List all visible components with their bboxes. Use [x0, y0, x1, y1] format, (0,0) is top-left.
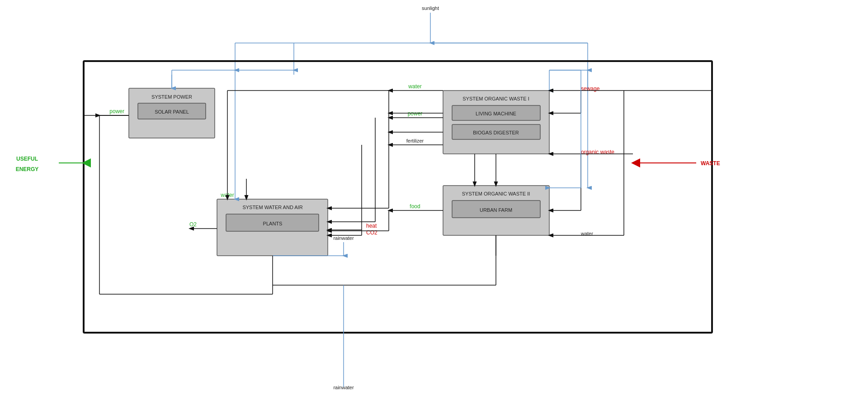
biogas-digester-label: BIOGAS DIGESTER: [473, 130, 519, 135]
rainwater-top-label: rainwater: [333, 235, 354, 241]
waste-label: WASTE: [701, 160, 720, 167]
organic-waste-label: organic waste: [581, 149, 614, 155]
useful-energy-label: USEFUL: [16, 156, 38, 162]
system-organic-waste-2-label: SYSTEM ORGANIC WASTE II: [462, 191, 530, 196]
water-center-label: water: [408, 83, 421, 90]
heat-label: heat: [366, 223, 377, 229]
sewage-label: sewage: [581, 86, 600, 92]
system-power-label: SYSTEM POWER: [151, 94, 192, 100]
power-right-label: power: [408, 110, 423, 117]
diagram-container: sunlight SYSTEM POWER SOLAR PANEL power …: [0, 0, 868, 401]
system-organic-waste-1-label: SYSTEM ORGANIC WASTE I: [462, 96, 529, 101]
urban-farm-label: URBAN FARM: [480, 207, 512, 213]
power-left-label: power: [109, 108, 124, 115]
living-machine-label: LIVING MACHINE: [476, 111, 516, 116]
food-label: food: [410, 203, 420, 210]
useful-energy-label2: ENERGY: [16, 166, 39, 172]
o2-label: O2: [189, 221, 197, 228]
plants-label: PLANTS: [263, 221, 283, 226]
system-water-air-label: SYSTEM WATER AND AIR: [242, 205, 302, 210]
solar-panel-label: SOLAR PANEL: [155, 109, 189, 115]
sunlight-label: sunlight: [422, 5, 439, 11]
co2-label: CO2: [366, 229, 377, 236]
fertilizer-label: fertilizer: [406, 138, 424, 143]
